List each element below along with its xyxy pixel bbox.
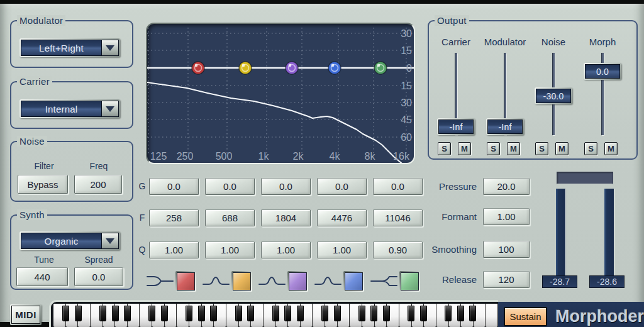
band-1-color-button[interactable] (175, 271, 196, 292)
band-marker-3[interactable] (286, 62, 298, 74)
black-key-after-white-20[interactable] (297, 306, 304, 321)
band-marker-5[interactable] (374, 62, 387, 74)
black-key-after-white-2[interactable] (75, 306, 82, 321)
band-4-icon-cell (314, 270, 364, 292)
band-3-color-button[interactable] (287, 271, 308, 292)
band-gain-field-3[interactable]: 0.0 (261, 178, 311, 195)
synth-preset-select[interactable]: Organic (19, 231, 120, 250)
midi-button[interactable]: MIDI (10, 304, 42, 325)
synth-dropdown-arrow-icon[interactable] (102, 233, 119, 249)
synth-spread-field[interactable]: 0.0 (74, 267, 123, 286)
black-key-after-white-25[interactable] (358, 306, 365, 321)
band-q-field-2[interactable]: 1.00 (205, 241, 255, 258)
carrier-solo-button[interactable]: S (438, 142, 451, 155)
noise-mute-button[interactable]: M (555, 142, 569, 155)
band-icon-row (147, 270, 420, 292)
modulator-source-value[interactable]: Left+Right (21, 40, 102, 56)
black-key-after-white-22[interactable] (321, 306, 328, 321)
x-axis-tick: 16k (393, 151, 410, 162)
black-key-after-white-9[interactable] (161, 306, 168, 321)
y-axis-tick: 60 (401, 132, 412, 143)
morph-slider-handle[interactable]: 0.0 (584, 63, 621, 80)
black-key-after-white-8[interactable] (148, 306, 155, 321)
black-key-after-white-15[interactable] (235, 306, 242, 321)
output-slider-noise: Noise -30.0 S M (528, 21, 579, 161)
y-axis-tick: 0 (406, 63, 412, 74)
black-key-after-white-6[interactable] (124, 306, 131, 321)
left-meter-readout: -28.7 (542, 275, 577, 288)
noise-freq-field[interactable]: 200 (74, 175, 122, 194)
band-gain-field-4[interactable]: 0.0 (317, 178, 367, 195)
black-key-after-white-12[interactable] (198, 306, 205, 321)
plugin-chassis: Modulator Left+Right Carrier Internal No… (0, 4, 644, 322)
band-q-field-1[interactable]: 1.00 (149, 241, 199, 258)
carrier-source-value[interactable]: Internal (21, 101, 102, 117)
response-graph[interactable]: 1252505001k2k4k8k16k3015015304560 (146, 23, 415, 164)
black-key-after-white-13[interactable] (210, 306, 217, 321)
q-row-label: Q (137, 241, 147, 258)
band-gain-field-2[interactable]: 0.0 (205, 178, 255, 195)
y-axis-tick: 45 (401, 114, 412, 125)
band-freq-field-3[interactable]: 1804 (261, 209, 311, 226)
morph-mute-button[interactable]: M (604, 142, 618, 155)
noise-filter-field[interactable]: Bypass (18, 175, 68, 194)
modulator-solo-button[interactable]: S (487, 142, 500, 155)
band-freq-field-4[interactable]: 4476 (317, 209, 367, 226)
white-key-36[interactable] (486, 304, 498, 327)
modulator-slider-handle[interactable]: -Inf (486, 118, 524, 135)
band-2-color-button[interactable] (231, 271, 252, 292)
black-key-after-white-34[interactable] (469, 306, 476, 321)
x-axis-tick: 2k (293, 151, 304, 162)
band-4-color-button[interactable] (343, 271, 364, 292)
black-key-after-white-30[interactable] (420, 306, 427, 321)
y-axis-tick: 15 (401, 80, 412, 91)
black-key-after-white-18[interactable] (272, 306, 279, 321)
pressure-field[interactable]: 20.0 (483, 178, 530, 195)
synth-preset-value[interactable]: Organic (21, 233, 102, 249)
synth-tune-label: Tune (20, 255, 68, 265)
smoothing-field[interactable]: 100 (483, 241, 530, 258)
sustain-button[interactable]: Sustain (504, 307, 547, 326)
release-field[interactable]: 120 (483, 271, 530, 288)
black-key-after-white-29[interactable] (408, 306, 414, 321)
noise-slider-handle[interactable]: -30.0 (535, 87, 572, 104)
black-key-after-white-16[interactable] (247, 306, 254, 321)
black-key-after-white-27[interactable] (383, 306, 390, 321)
band-freq-field-1[interactable]: 258 (149, 209, 199, 226)
modulator-source-select[interactable]: Left+Right (19, 38, 120, 57)
black-key-after-white-32[interactable] (445, 306, 452, 321)
morph-solo-button[interactable]: S (584, 142, 597, 155)
modulator-mute-button[interactable]: M (507, 142, 520, 155)
band-marker-1[interactable] (192, 62, 204, 74)
band-gain-field-1[interactable]: 0.0 (149, 178, 199, 195)
modulator-dropdown-arrow-icon[interactable] (102, 40, 119, 56)
black-key-after-white-11[interactable] (186, 306, 192, 321)
band-marker-highlight (331, 64, 335, 67)
black-key-after-white-26[interactable] (370, 306, 377, 321)
x-axis-tick: 500 (216, 151, 233, 162)
band-marker-2[interactable] (239, 62, 252, 74)
carrier-dropdown-arrow-icon[interactable] (102, 101, 119, 117)
formant-field[interactable]: 1.00 (483, 208, 530, 225)
synth-panel-title: Synth (17, 209, 47, 220)
midi-keyboard[interactable] (49, 300, 498, 327)
black-key-after-white-33[interactable] (457, 306, 464, 321)
black-key-after-white-4[interactable] (99, 306, 106, 321)
black-key-after-white-19[interactable] (284, 306, 291, 321)
band-marker-4[interactable] (328, 62, 341, 74)
keyboard-keys[interactable] (53, 304, 498, 327)
black-key-after-white-5[interactable] (112, 306, 119, 321)
modulator-panel-title: Modulator (17, 15, 65, 26)
band-q-field-4[interactable]: 1.00 (317, 241, 367, 258)
band-freq-field-2[interactable]: 688 (205, 209, 255, 226)
black-key-after-white-1[interactable] (62, 306, 69, 321)
noise-solo-button[interactable]: S (535, 142, 548, 155)
midi-button-label[interactable]: MIDI (11, 306, 40, 324)
carrier-slider-handle[interactable]: -Inf (437, 118, 475, 135)
band-q-field-3[interactable]: 1.00 (261, 241, 311, 258)
band-marker-highlight (242, 64, 245, 67)
black-key-after-white-23[interactable] (334, 306, 341, 321)
carrier-source-select[interactable]: Internal (19, 99, 120, 118)
carrier-mute-button[interactable]: M (458, 142, 471, 155)
synth-tune-field[interactable]: 440 (16, 267, 68, 286)
